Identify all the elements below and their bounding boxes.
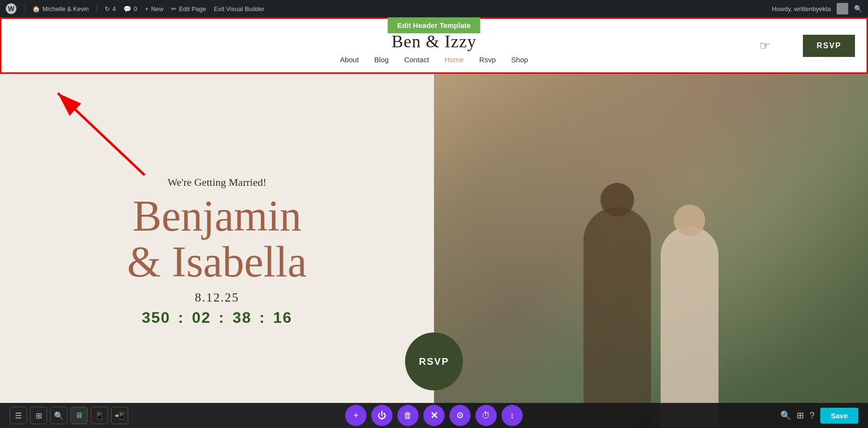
updates-icon: ↻ [105, 5, 110, 13]
new-label: New [151, 5, 163, 13]
toolbar-search-button[interactable]: 🔍 [50, 407, 68, 424]
resize-button[interactable]: ↕ [502, 405, 523, 426]
bride-head [674, 205, 705, 236]
site-name-link[interactable]: 🏠 Michelle & Kevin [32, 5, 89, 13]
rsvp-circle-button[interactable]: RSVP [405, 332, 463, 390]
bride-figure [661, 226, 719, 428]
add-element-button[interactable]: + [345, 405, 366, 426]
subtitle-text: We're Getting Married! [168, 176, 267, 189]
couple-photo-background [434, 74, 868, 428]
wp-logo[interactable]: W [6, 3, 16, 14]
countdown-separator1: : [178, 309, 184, 327]
countdown-timer: 350 : 02 : 38 : 16 [142, 309, 292, 327]
nav-rsvp[interactable]: Rsvp [479, 55, 496, 64]
admin-search-icon[interactable]: 🔍 [854, 5, 862, 13]
toolbar-grid-button[interactable]: ⊞ [30, 407, 47, 424]
power-button[interactable]: ⏻ [371, 405, 393, 426]
exit-builder-button[interactable]: Exit Visual Builder [214, 5, 265, 13]
wordpress-icon: W [6, 3, 16, 14]
cursor-pointer-icon: ☞ [760, 39, 770, 53]
toolbar-left-section: ☰ ⊞ 🔍 🖥 📱 📲 [10, 407, 128, 424]
site-icon: 🏠 [32, 5, 40, 13]
save-button[interactable]: Save [820, 408, 858, 424]
admin-bar: W 🏠 Michelle & Kevin ↻ 4 💬 0 + New ✏ Edi… [0, 0, 868, 17]
countdown-minutes: 38 [232, 309, 252, 327]
site-header: Edit Header Template Ben & Izzy About Bl… [0, 17, 868, 74]
countdown-hours: 02 [192, 309, 211, 327]
toolbar-menu-button[interactable]: ☰ [10, 407, 27, 424]
nav-shop[interactable]: Shop [511, 55, 528, 64]
plus-icon: + [145, 5, 149, 13]
edit-page-label: Edit Page [179, 5, 206, 13]
header-rsvp-button[interactable]: RSVP [803, 35, 855, 57]
comments-icon: 💬 [123, 5, 131, 13]
history-button[interactable]: ⏱ [475, 405, 497, 426]
toolbar-layers-icon[interactable]: ⊞ [797, 410, 804, 421]
nav-contact[interactable]: Contact [404, 55, 429, 64]
name-line1: Benjamin [133, 192, 301, 240]
updates-button[interactable]: ↻ 4 [105, 5, 116, 13]
toolbar-tablet-view-button[interactable]: 📱 [91, 407, 108, 424]
howdy-text: Howdy, writtenbyekta [772, 5, 831, 13]
settings-button[interactable]: ⚙ [449, 405, 471, 426]
countdown-separator3: : [259, 309, 266, 327]
nav-blog[interactable]: Blog [374, 55, 389, 64]
user-avatar[interactable] [837, 3, 848, 14]
countdown-days: 350 [142, 309, 170, 327]
toolbar-mobile-view-button[interactable]: 📲 [111, 407, 128, 424]
name-line2: & Isabella [127, 238, 307, 286]
left-hero-panel: We're Getting Married! Benjamin & Isabel… [0, 74, 434, 428]
countdown-seconds: 16 [273, 309, 292, 327]
admin-bar-right: Howdy, writtenbyekta 🔍 [772, 3, 862, 14]
bottom-toolbar: ☰ ⊞ 🔍 🖥 📱 📲 + ⏻ 🗑 ✕ ⚙ ⏱ ↕ 🔍 ⊞ ? Save [0, 403, 868, 428]
delete-button[interactable]: 🗑 [397, 405, 419, 426]
close-button[interactable]: ✕ [423, 405, 445, 426]
divider [24, 4, 25, 13]
site-navigation: About Blog Contact Home Rsvp Shop [1, 55, 867, 68]
site-name-text: Michelle & Kevin [42, 5, 89, 13]
exit-builder-label: Exit Visual Builder [214, 5, 265, 13]
edit-icon: ✏ [171, 5, 176, 13]
edit-page-button[interactable]: ✏ Edit Page [171, 5, 206, 13]
divider [96, 4, 97, 13]
right-photo-panel [434, 74, 868, 428]
nav-about[interactable]: About [340, 55, 359, 64]
groom-head [600, 183, 634, 217]
couple-name: Benjamin & Isabella [127, 193, 307, 285]
nav-home[interactable]: Home [445, 55, 464, 64]
toolbar-search-right-icon[interactable]: 🔍 [780, 410, 791, 421]
new-content-button[interactable]: + New [145, 5, 164, 13]
wedding-date: 8.12.25 [195, 290, 239, 305]
toolbar-center-section: + ⏻ 🗑 ✕ ⚙ ⏱ ↕ [345, 405, 523, 426]
countdown-separator2: : [219, 309, 225, 327]
main-content: We're Getting Married! Benjamin & Isabel… [0, 74, 868, 428]
toolbar-right-section: 🔍 ⊞ ? Save [780, 408, 858, 424]
edit-header-template-button[interactable]: Edit Header Template [388, 17, 480, 33]
comments-button[interactable]: 💬 0 [123, 5, 137, 13]
couple-figure [574, 197, 728, 428]
comments-count: 0 [134, 5, 137, 13]
toolbar-help-icon[interactable]: ? [810, 411, 814, 421]
groom-figure [583, 207, 651, 428]
site-title: Ben & Izzy [1, 31, 867, 52]
toolbar-desktop-view-button[interactable]: 🖥 [70, 407, 88, 424]
updates-count: 4 [112, 5, 116, 13]
page-container: Edit Header Template Ben & Izzy About Bl… [0, 17, 868, 428]
